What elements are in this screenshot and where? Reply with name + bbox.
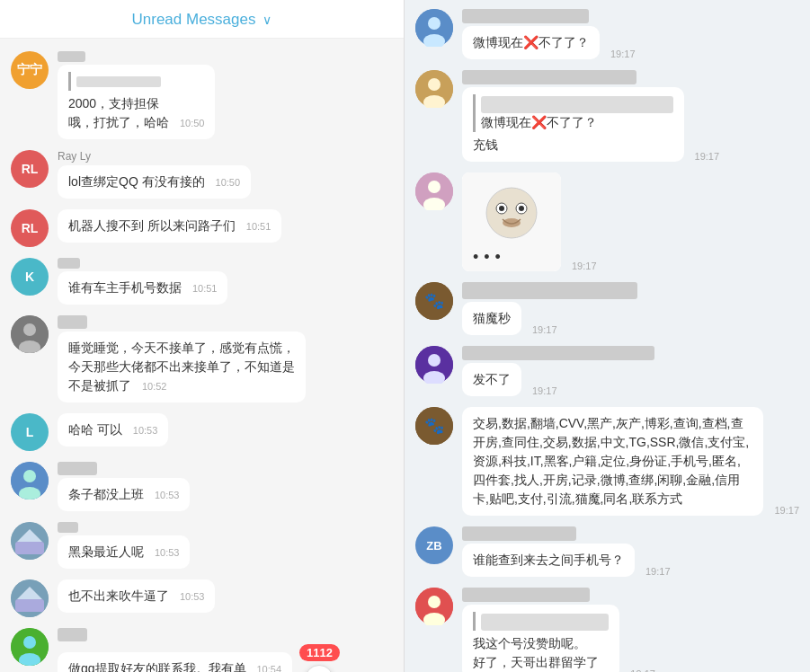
svg-text:•••: ••• bbox=[473, 248, 506, 266]
svg-point-19 bbox=[428, 78, 441, 91]
bubble-area: 机器人搜不到 所以来问路子们 10:51 bbox=[58, 209, 393, 243]
meme-image: ••• bbox=[462, 172, 561, 271]
message-bubble[interactable]: ████████ 我这个号没赞助呢。好了，天哥出群留学了 bbox=[462, 605, 619, 672]
bubble-area: ████ ████████████ 2000，支持担保哦，打扰了，哈哈 10:5… bbox=[58, 51, 393, 139]
svg-point-40 bbox=[428, 596, 441, 608]
list-item: ████ ██████ 微博现在❌不了了？ 19:17 bbox=[415, 9, 799, 59]
sender-name: ████████ bbox=[462, 588, 799, 602]
bubble-area: Zb ████ 谁能查到来去之间手机号？ 19:17 bbox=[462, 526, 799, 577]
avatar: RL bbox=[11, 150, 49, 188]
avatar bbox=[11, 315, 49, 353]
message-bubble[interactable]: 发不了 bbox=[462, 363, 521, 396]
bubble-area: 行书圈 睡觉睡觉，今天不接单了，感觉有点慌，今天那些大佬都不出来接单了，不知道是… bbox=[58, 315, 393, 402]
sender-name: ████████████ bbox=[462, 70, 799, 84]
svg-point-28 bbox=[499, 206, 504, 211]
message-bubble[interactable]: 也不出来吹牛逼了 10:53 bbox=[58, 579, 215, 613]
svg-point-30 bbox=[503, 218, 521, 227]
bubble-area: ███ 黑枭最近人呢 10:53 bbox=[58, 522, 393, 569]
svg-text:🐾: 🐾 bbox=[424, 291, 445, 311]
avatar bbox=[11, 579, 49, 617]
bubble-area: ••• 19:17 bbox=[462, 172, 799, 271]
message-bubble[interactable]: lol查绑定QQ 有没有接的 10:50 bbox=[58, 165, 251, 199]
list-item: 魑魅魍魉 条子都没上班 10:53 bbox=[0, 456, 404, 517]
message-bubble[interactable]: ████████████ 微博现在❌不了了？ 充钱 bbox=[462, 87, 684, 162]
list-item: ███ 黑枭最近人呢 10:53 bbox=[0, 517, 404, 574]
bubble-area: ████████████ ████████████ 微博现在❌不了了？ 充钱 1… bbox=[462, 70, 799, 162]
sender-name: ████ ██████ bbox=[462, 9, 799, 23]
quote: ████████████ bbox=[68, 72, 204, 91]
svg-text:🐾: 🐾 bbox=[424, 416, 445, 436]
sender-name: ████████████ bbox=[462, 346, 799, 360]
avatar bbox=[415, 70, 453, 108]
svg-point-1 bbox=[23, 323, 36, 336]
message-bubble[interactable]: 睡觉睡觉，今天不接单了，感觉有点慌，今天那些大佬都不出来接单了，不知道是不是被抓… bbox=[58, 332, 306, 402]
message-bubble[interactable]: 机器人搜不到 所以来问路子们 10:51 bbox=[58, 209, 281, 243]
message-bubble[interactable]: 交易,数据,翻墙,CVV,黑产,灰产,博彩,查询,查档,查开房,查同住,交易,数… bbox=[462, 407, 763, 516]
avatar bbox=[11, 522, 49, 560]
left-header: Unread Messages ∨ bbox=[0, 0, 404, 39]
avatar: 🐾 bbox=[415, 407, 453, 445]
list-item: 也不出来吹牛逼了 10:53 bbox=[0, 574, 404, 623]
message-bubble[interactable]: 猫魔秒 bbox=[462, 302, 521, 335]
message-bubble[interactable]: 做qq提取好友的联系我。我有单 10:54 bbox=[58, 652, 292, 672]
quote: ████████ bbox=[473, 612, 609, 631]
list-item: K Kami 谁有车主手机号数据 10:51 bbox=[0, 252, 404, 310]
list-item: ••• 19:17 bbox=[415, 172, 799, 271]
svg-point-35 bbox=[428, 354, 441, 367]
message-bubble[interactable]: 谁有车主手机号数据 10:51 bbox=[58, 271, 227, 305]
list-item: 🐾 猫魔一下████ 猫魔秒 19:17 bbox=[415, 282, 799, 335]
list-item: L 哈哈 可以 10:53 bbox=[0, 408, 404, 456]
list-item: ZB Zb ████ 谁能查到来去之间手机号？ 19:17 bbox=[415, 526, 799, 577]
list-item: 行者行 做qq提取好友的联系我。我有单 10:54 1112 ∨ bbox=[0, 623, 404, 672]
chevron-down-icon[interactable]: ∨ bbox=[263, 13, 271, 27]
right-panel: ████ ██████ 微博现在❌不了了？ 19:17 ████████████… bbox=[405, 0, 810, 672]
message-bubble[interactable]: 哈哈 可以 10:53 bbox=[58, 413, 168, 447]
sender-name: 魑魅魍魉 bbox=[58, 462, 393, 475]
bubble-area: ████████████ 发不了 19:17 bbox=[462, 346, 799, 396]
avatar bbox=[415, 172, 453, 210]
message-list: 宁宁 ████ ████████████ 2000，支持担保哦，打扰了，哈哈 1… bbox=[0, 39, 404, 672]
svg-rect-7 bbox=[15, 542, 44, 554]
scroll-down-button[interactable]: ∨ bbox=[305, 665, 334, 672]
bubble-area: 哈哈 可以 10:53 bbox=[58, 413, 393, 447]
avatar: RL bbox=[11, 209, 49, 247]
bubble-area: ████ ██████ 微博现在❌不了了？ 19:17 bbox=[462, 9, 799, 59]
avatar: ZB bbox=[415, 526, 453, 564]
avatar bbox=[415, 346, 453, 384]
avatar: K bbox=[11, 258, 49, 296]
message-bubble[interactable]: 条子都没上班 10:53 bbox=[58, 478, 190, 511]
avatar bbox=[415, 9, 453, 47]
bubble-area: Kami 谁有车主手机号数据 10:51 bbox=[58, 258, 393, 305]
message-bubble[interactable]: 谁能查到来去之间手机号？ bbox=[462, 544, 635, 577]
svg-point-29 bbox=[519, 206, 524, 211]
sender-name: Kami bbox=[58, 258, 393, 269]
bubble-area: ████████ ████████ 我这个号没赞助呢。好了，天哥出群留学了 19… bbox=[462, 588, 799, 672]
avatar bbox=[11, 628, 49, 666]
sender-name: Zb ████ bbox=[462, 526, 799, 541]
list-item: 🐾 交易,数据,翻墙,CVV,黑产,灰产,博彩,查询,查档,查开房,查同住,交易… bbox=[415, 407, 799, 516]
sender-name: ███ bbox=[58, 522, 393, 533]
sender-name: ████ bbox=[58, 51, 393, 62]
bubble-area: 也不出来吹牛逼了 10:53 bbox=[58, 579, 393, 613]
avatar: 宁宁 bbox=[11, 51, 49, 89]
svg-point-4 bbox=[23, 470, 36, 482]
list-item: ████████████ ████████████ 微博现在❌不了了？ 充钱 1… bbox=[415, 70, 799, 162]
svg-point-13 bbox=[23, 636, 36, 649]
unread-messages-title: Unread Messages bbox=[132, 11, 256, 29]
list-item: ████████████ 发不了 19:17 bbox=[415, 346, 799, 396]
avatar bbox=[11, 462, 49, 500]
list-item: ████████ ████████ 我这个号没赞助呢。好了，天哥出群留学了 19… bbox=[415, 588, 799, 672]
message-bubble[interactable]: 微博现在❌不了了？ bbox=[462, 26, 600, 59]
svg-point-25 bbox=[486, 188, 537, 238]
sender-name: 行书圈 bbox=[58, 315, 393, 329]
message-bubble[interactable]: 黑枭最近人呢 10:53 bbox=[58, 535, 190, 569]
bubble-area: 交易,数据,翻墙,CVV,黑产,灰产,博彩,查询,查档,查开房,查同住,交易,数… bbox=[462, 407, 799, 516]
svg-rect-10 bbox=[15, 599, 44, 612]
list-item: RL Ray Ly lol查绑定QQ 有没有接的 10:50 bbox=[0, 145, 404, 204]
bubble-area: 行者行 做qq提取好友的联系我。我有单 10:54 1112 ∨ bbox=[58, 628, 393, 672]
list-item: 宁宁 ████ ████████████ 2000，支持担保哦，打扰了，哈哈 1… bbox=[0, 46, 404, 145]
message-bubble[interactable]: ████████████ 2000，支持担保哦，打扰了，哈哈 10:50 bbox=[58, 65, 215, 139]
avatar: L bbox=[11, 413, 49, 451]
sender-name: 猫魔一下████ bbox=[462, 282, 799, 299]
bubble-area: 猫魔一下████ 猫魔秒 19:17 bbox=[462, 282, 799, 335]
